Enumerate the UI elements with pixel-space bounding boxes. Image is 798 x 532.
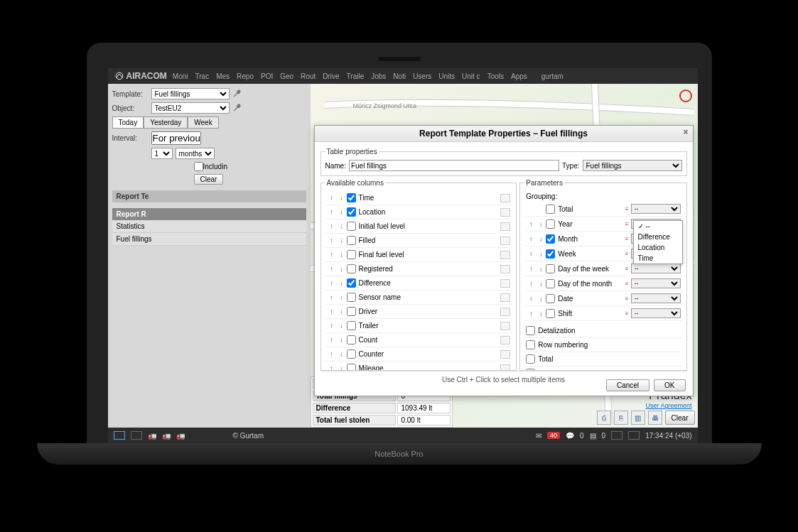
vehicle-icon[interactable]: 🚛 [148,432,156,440]
down-icon[interactable]: ↓ [338,336,345,344]
list-item[interactable]: Statistics [112,220,306,233]
edit-icon[interactable] [500,251,510,259]
print-icon[interactable]: 🖶 [648,411,662,425]
grp-check[interactable] [546,294,555,303]
col-check[interactable] [347,264,356,273]
edit-icon[interactable] [500,237,510,245]
col-check[interactable] [347,278,356,288]
nav-item[interactable]: Traile [344,71,367,82]
up-icon[interactable]: ↑ [328,322,335,330]
interval-unit[interactable]: months [176,148,215,159]
up-icon[interactable]: ↑ [527,250,534,258]
template-select[interactable]: Fuel fillings [151,88,230,99]
interval-mode[interactable] [151,131,201,145]
col-check[interactable] [347,321,356,330]
nav-item[interactable]: Unit c [459,71,483,82]
sort-select[interactable]: -- [631,204,681,214]
dropdown-option[interactable]: Location [634,242,682,253]
opts-icon[interactable]: ≡ [625,221,628,227]
down-icon[interactable]: ↓ [338,364,345,371]
col-check[interactable] [347,250,356,259]
nav-item[interactable] [532,71,537,82]
nav-item[interactable]: Trac [193,71,212,82]
sort-select[interactable]: -- [631,293,681,303]
edit-icon[interactable] [500,222,510,231]
up-icon[interactable]: ↑ [328,364,335,371]
clear-map-button[interactable]: Clear [665,411,695,425]
opts-icon[interactable]: ≡ [625,266,628,272]
up-icon[interactable]: ↑ [527,310,534,317]
up-icon[interactable]: ↑ [328,251,335,259]
nav-item[interactable]: Jobs [368,71,389,82]
user-agreement-link[interactable]: User Agreement [645,402,691,409]
up-icon[interactable]: ↑ [328,194,335,202]
sms-icon[interactable]: ▤ [590,432,596,440]
export-icon[interactable]: ⎘ [614,411,628,425]
down-icon[interactable]: ↓ [537,235,544,243]
dropdown-option[interactable]: -- [634,221,682,232]
clear-button[interactable]: Clear [194,174,224,185]
up-icon[interactable]: ↑ [527,265,534,273]
param-check[interactable] [526,340,535,349]
cancel-button[interactable]: Cancel [606,379,649,391]
opts-icon[interactable]: ≡ [625,236,628,242]
chart-icon[interactable]: ▥ [631,411,645,425]
edit-icon[interactable] [500,308,510,316]
down-icon[interactable]: ↓ [537,250,544,258]
interval-tab[interactable]: Week [188,116,218,129]
edit-icon[interactable] [500,279,510,288]
nav-item[interactable]: Mes [213,71,232,82]
down-icon[interactable]: ↓ [338,237,345,244]
msg-icon[interactable]: ✉ [536,432,541,440]
up-icon[interactable]: ↑ [328,237,335,244]
col-check[interactable] [347,207,356,217]
up-icon[interactable]: ↑ [328,265,335,273]
dropdown-option[interactable]: Time [634,253,682,264]
interval-n[interactable]: 1 [151,148,173,159]
up-icon[interactable]: ↑ [527,295,534,303]
opts-icon[interactable]: ≡ [625,310,628,317]
nav-item[interactable]: Noti [390,71,409,82]
type-select[interactable]: Fuel fillings [583,160,682,171]
down-icon[interactable]: ↓ [338,279,345,287]
view-icon[interactable] [131,431,142,440]
grp-check[interactable] [546,279,555,288]
edit-icon[interactable] [500,322,510,330]
up-icon[interactable]: ↑ [527,235,534,243]
col-check[interactable] [347,364,356,371]
down-icon[interactable]: ↓ [338,322,345,330]
grp-check[interactable] [546,219,555,229]
view-icon[interactable] [114,431,125,440]
export-icon[interactable]: ⎙ [597,411,611,425]
edit-icon[interactable] [500,364,510,371]
wrench-icon[interactable] [232,89,242,99]
down-icon[interactable]: ↓ [338,308,345,315]
nav-item[interactable]: Apps [508,71,530,82]
down-icon[interactable]: ↓ [338,293,345,301]
down-icon[interactable]: ↓ [537,220,544,228]
up-icon[interactable]: ↑ [527,220,534,228]
nav-item[interactable]: POI [258,71,276,82]
col-check[interactable] [347,293,356,302]
up-icon[interactable]: ↑ [328,293,335,301]
nav-item[interactable]: Moni [170,71,191,82]
down-icon[interactable]: ↓ [537,280,544,288]
up-icon[interactable]: ↑ [328,350,335,358]
opts-icon[interactable]: ≡ [625,251,628,257]
nav-item[interactable]: gurtam [539,71,566,82]
edit-icon[interactable] [500,336,510,344]
chat-icon[interactable]: 💬 [566,432,574,440]
down-icon[interactable]: ↓ [338,251,345,259]
sort-select[interactable]: -- [631,308,681,318]
col-check[interactable] [347,307,356,316]
down-icon[interactable]: ↓ [338,265,345,273]
vehicle-icon[interactable]: 🚛 [176,432,185,440]
col-check[interactable] [347,222,356,231]
param-check[interactable] [526,326,535,335]
including-check[interactable] [194,162,203,171]
interval-tab[interactable]: Yesterday [144,116,188,129]
up-icon[interactable]: ↑ [328,208,335,216]
vehicle-icon[interactable]: 🚛 [162,432,171,440]
col-check[interactable] [347,236,356,245]
status-icon[interactable] [628,431,640,440]
